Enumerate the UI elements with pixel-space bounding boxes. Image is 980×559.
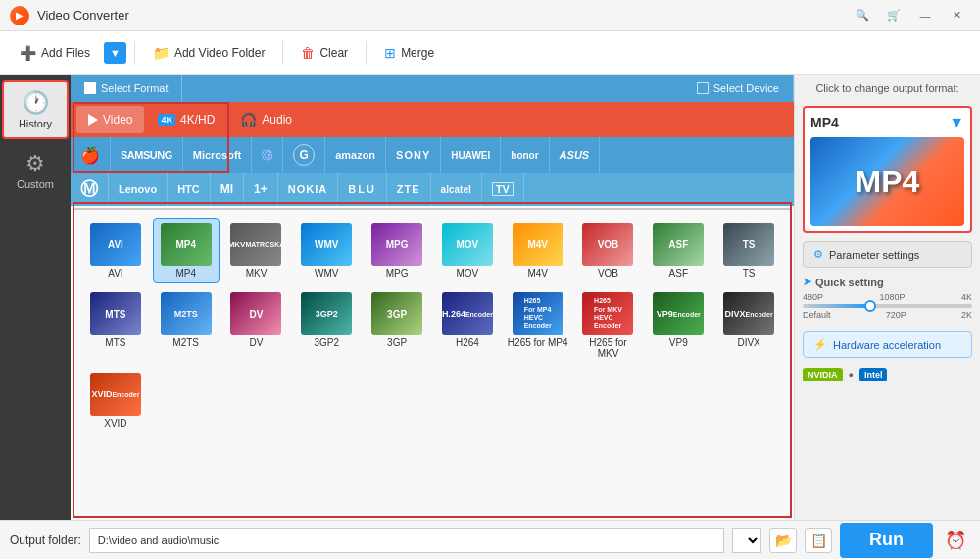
format-thumb-ts: TS (723, 223, 774, 266)
brand-microsoft[interactable]: Microsoft (183, 137, 253, 173)
alarm-button[interactable]: ⏰ (941, 526, 970, 555)
format-mp4[interactable]: MP4 MP4 (153, 218, 220, 283)
output-folder-dropdown[interactable] (732, 528, 761, 553)
output-folder-input[interactable] (89, 528, 724, 553)
format-thumb-wmv: WMV (301, 223, 352, 266)
brand-apple[interactable]: 🍎 (71, 137, 111, 173)
quality-slider-track[interactable] (803, 304, 972, 308)
format-mpg[interactable]: MPG MPG (364, 218, 430, 283)
brand-htc[interactable]: HTC (168, 173, 211, 206)
format-thumb-h265mp4: H265For MP4HEVCEncoder (513, 292, 564, 335)
format-label-ts: TS (743, 268, 756, 279)
minimize-btn[interactable]: — (911, 6, 939, 25)
output-folder-label: Output folder: (10, 534, 81, 547)
format-label-3gp: 3GP (387, 337, 407, 348)
run-button[interactable]: Run (840, 523, 933, 558)
brand-blu[interactable]: BLU (338, 173, 387, 206)
sidebar-item-custom[interactable]: ⚙ Custom (2, 143, 69, 198)
close-btn[interactable]: ✕ (943, 6, 970, 25)
format-mts[interactable]: MTS MTS (82, 287, 149, 364)
quality-720p: 720P (886, 310, 906, 320)
parameter-settings-button[interactable]: ⚙ Parameter settings (803, 241, 972, 268)
brand-huawei[interactable]: HUAWEI (441, 137, 501, 173)
brand-alcatel[interactable]: alcatel (431, 173, 482, 206)
format-thumb-mp4: MP4 (161, 223, 212, 266)
format-thumb-asf: ASF (653, 223, 704, 266)
window-controls: 🔍 🛒 — ✕ (849, 6, 970, 25)
format-3gp[interactable]: 3GP 3GP (364, 287, 430, 364)
format-m4v[interactable]: M4V M4V (505, 218, 571, 283)
tab-select-device[interactable]: Select Device (683, 75, 794, 102)
brand-amazon[interactable]: amazon (325, 137, 386, 173)
format-avi[interactable]: AVI AVI (82, 218, 149, 283)
hw-accel-icon: ⚡ (813, 338, 827, 351)
select-device-checkbox[interactable] (697, 82, 709, 94)
format-dv[interactable]: DV DV (223, 287, 290, 364)
quality-labels-top: 480P 1080P 4K (803, 292, 972, 302)
format-asf[interactable]: ASF ASF (645, 218, 711, 283)
separator-3 (366, 41, 367, 65)
quality-4k: 4K (961, 292, 972, 302)
format-thumb-mts: MTS (90, 292, 141, 335)
tab-select-format[interactable]: Select Format (71, 75, 182, 102)
format-h265-mp4[interactable]: H265For MP4HEVCEncoder H265 for MP4 (505, 287, 571, 364)
search-btn[interactable]: 🔍 (849, 6, 876, 25)
bottom-bar: Output folder: 📂 📋 Run ⏰ (0, 520, 980, 559)
format-mov[interactable]: MOV MOV (434, 218, 501, 283)
brand-zte[interactable]: ZTE (387, 173, 431, 206)
brand-samsung[interactable]: SAMSUNG (111, 137, 183, 173)
gpu-separator: ● (849, 370, 854, 380)
brand-nokia[interactable]: NOKIA (278, 173, 338, 206)
format-wmv[interactable]: WMV WMV (293, 218, 360, 283)
brand-honor[interactable]: honor (501, 137, 549, 173)
brand-tv[interactable]: TV (482, 173, 524, 206)
format-mkv[interactable]: MKVMATROSKA MKV (223, 218, 290, 283)
format-label-dv: DV (250, 337, 264, 348)
brand-row-2: Ⓜ Lenovo HTC MI 1+ NOKIA BLU ZTE alcatel… (71, 173, 794, 206)
brand-motorola[interactable]: Ⓜ (71, 173, 109, 206)
format-xvid[interactable]: XVIDEncoder XVID (82, 368, 149, 433)
tab-4khd[interactable]: 4K 4K/HD (146, 106, 226, 133)
format-divx[interactable]: DIVXEncoder DIVX (715, 287, 782, 364)
format-thumb-h265mkv: H265For MKVHEVCEncoder (582, 292, 633, 335)
brand-lenovo[interactable]: Lenovo (109, 173, 168, 206)
select-format-checkbox[interactable] (84, 82, 96, 94)
brand-oneplus[interactable]: 1+ (244, 173, 278, 206)
add-files-dropdown[interactable]: ▼ (104, 42, 126, 64)
brand-mi[interactable]: MI (211, 173, 244, 206)
hardware-acceleration-button[interactable]: ⚡ Hardware acceleration (803, 331, 972, 358)
folder-icon: 📁 (153, 45, 170, 61)
format-panel: Select Format Select Device Video 4K 4K/… (71, 75, 794, 520)
add-video-folder-button[interactable]: 📁 Add Video Folder (143, 40, 275, 66)
brand-sony[interactable]: SONY (386, 137, 441, 173)
format-label-avi: AVI (108, 268, 122, 279)
format-m2ts[interactable]: M2TS M2TS (153, 287, 220, 364)
format-thumb-mov: MOV (442, 223, 493, 266)
format-thumb-dv: DV (230, 292, 281, 335)
format-grid: AVI AVI MP4 MP4 MKVMATROSKA MKV WMV WMV … (82, 218, 782, 433)
open-file-button[interactable]: 📋 (805, 528, 832, 553)
format-h264[interactable]: H.264Encoder H264 (434, 287, 501, 364)
format-ts[interactable]: TS TS (715, 218, 782, 283)
format-vob[interactable]: VOB VOB (575, 218, 642, 283)
tab-video[interactable]: Video (76, 106, 144, 133)
format-h265-mkv[interactable]: H265For MKVHEVCEncoder H265 for MKV (575, 287, 642, 364)
brand-google[interactable]: G (252, 137, 283, 173)
format-label-mp4: MP4 (175, 268, 196, 279)
format-dropdown-icon[interactable]: ▼ (949, 114, 964, 131)
format-3gp2[interactable]: 3GP2 3GP2 (293, 287, 360, 364)
separator-1 (134, 41, 135, 65)
tab-audio[interactable]: 🎧 Audio (228, 106, 304, 133)
format-label-mkv: MKV (246, 268, 268, 279)
format-vp9[interactable]: VP9Encoder VP9 (645, 287, 711, 364)
gpu-logos-row: NVIDIA ● Intel (803, 366, 972, 383)
brand-asus[interactable]: ASUS (550, 137, 601, 173)
clear-button[interactable]: 🗑 Clear (291, 40, 358, 66)
sidebar-item-history[interactable]: 🕐 History (2, 80, 69, 139)
format-label-divx: DIVX (737, 337, 760, 348)
merge-button[interactable]: ⊞ Merge (374, 40, 444, 66)
cart-btn[interactable]: 🛒 (880, 6, 907, 25)
add-files-button[interactable]: ➕ Add Files (10, 40, 100, 66)
brand-lg[interactable]: G (283, 137, 325, 173)
browse-folder-button[interactable]: 📂 (769, 528, 797, 553)
